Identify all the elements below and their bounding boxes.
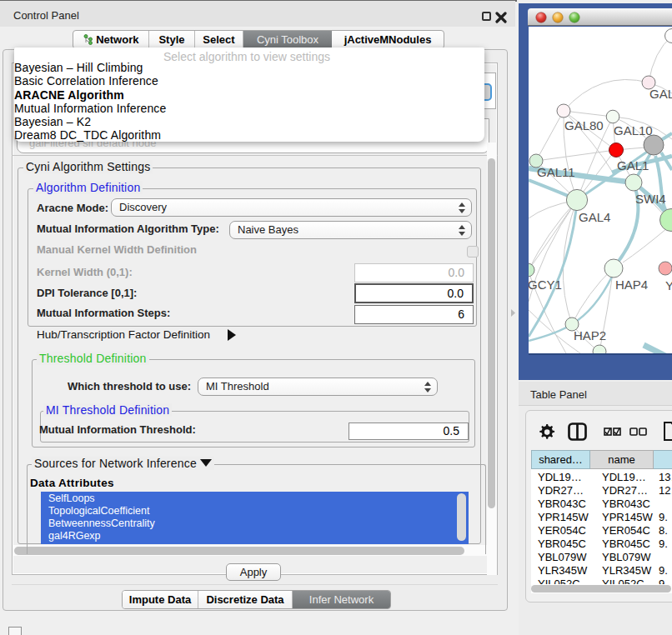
svg-text:GAL10: GAL10 [614,123,653,138]
svg-text:GAL80: GAL80 [564,118,604,132]
svg-text:GAL11: GAL11 [537,165,575,179]
svg-text:SWI4: SWI4 [635,192,666,206]
svg-text:HAP2: HAP2 [574,328,606,342]
svg-text:GAL1: GAL1 [617,158,649,172]
svg-text:HAP4: HAP4 [615,278,648,292]
svg-text:GCY1: GCY1 [529,278,562,292]
svg-text:YM: YM [665,278,672,292]
svg-text:GAL4: GAL4 [579,210,610,224]
svg-text:GAL2: GAL2 [649,87,672,101]
